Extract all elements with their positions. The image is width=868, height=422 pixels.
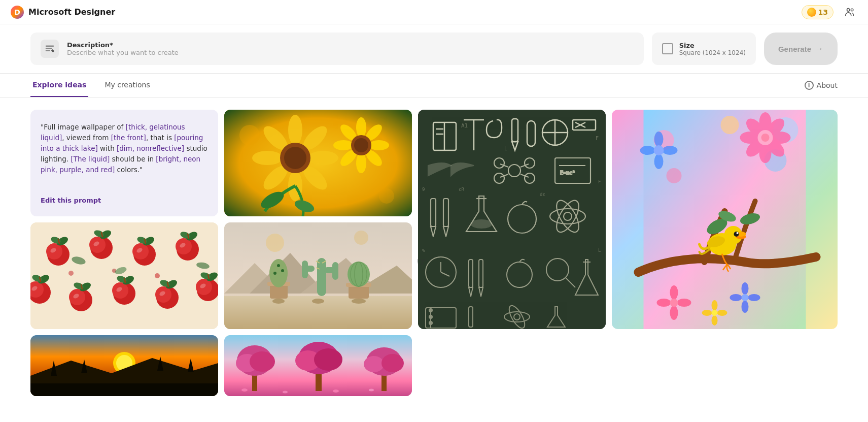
people-icon-button[interactable] bbox=[842, 4, 858, 20]
coins-count: 13 bbox=[818, 8, 828, 16]
svg-point-104 bbox=[667, 168, 682, 183]
cactus-svg bbox=[224, 222, 412, 329]
image-tile-pink-trees[interactable] bbox=[224, 335, 412, 396]
image-tile-sunflowers[interactable] bbox=[224, 110, 412, 216]
text-icon bbox=[44, 43, 55, 54]
svg-point-187 bbox=[352, 299, 366, 304]
svg-point-212 bbox=[283, 391, 288, 394]
coins-badge[interactable]: 13 bbox=[802, 5, 834, 19]
svg-text:A1: A1 bbox=[461, 122, 468, 129]
svg-rect-197 bbox=[30, 383, 218, 396]
size-box[interactable]: Size Square (1024 x 1024) bbox=[652, 33, 756, 65]
svg-point-142 bbox=[712, 315, 718, 326]
svg-point-120 bbox=[654, 145, 664, 155]
app-title: Microsoft Designer bbox=[28, 7, 115, 17]
svg-point-138 bbox=[730, 294, 742, 301]
svg-point-136 bbox=[742, 282, 749, 295]
svg-point-214 bbox=[369, 389, 374, 392]
coin-icon bbox=[807, 8, 816, 17]
svg-point-178 bbox=[273, 272, 276, 275]
svg-point-2 bbox=[847, 8, 850, 11]
sunflowers-svg bbox=[224, 110, 412, 216]
svg-point-188 bbox=[272, 299, 285, 304]
image-tile-apples[interactable] bbox=[30, 222, 218, 329]
svg-text:9: 9 bbox=[422, 187, 425, 192]
svg-point-180 bbox=[277, 264, 280, 267]
svg-point-143 bbox=[702, 310, 712, 316]
svg-point-31 bbox=[379, 188, 394, 204]
info-icon: i bbox=[805, 81, 814, 90]
description-box[interactable]: Description* Describe what you want to c… bbox=[30, 33, 644, 65]
svg-point-65 bbox=[471, 220, 492, 228]
chalkboard-svg: E=mc² bbox=[418, 110, 606, 329]
svg-point-19 bbox=[356, 153, 366, 173]
gallery-grid: "Full image wallpaper of [thick, gelatin… bbox=[30, 110, 838, 396]
header-left: D Microsoft Designer bbox=[10, 5, 115, 19]
svg-text:cR: cR bbox=[459, 187, 464, 192]
svg-point-206 bbox=[314, 348, 342, 371]
svg-point-179 bbox=[281, 269, 284, 272]
tabs-bar: Explore ideas My creations i About bbox=[0, 74, 868, 98]
svg-point-186 bbox=[312, 299, 324, 304]
svg-text:%: % bbox=[422, 248, 425, 253]
sunset-svg bbox=[30, 335, 218, 396]
svg-point-140 bbox=[742, 294, 749, 301]
apples-svg bbox=[30, 222, 218, 329]
svg-point-137 bbox=[742, 301, 749, 313]
svg-point-145 bbox=[712, 310, 718, 316]
svg-point-209 bbox=[364, 356, 384, 372]
svg-point-8 bbox=[288, 115, 302, 145]
svg-point-213 bbox=[333, 389, 339, 393]
edit-prompt-link[interactable]: Edit this prompt bbox=[41, 197, 208, 204]
prompt-card[interactable]: "Full image wallpaper of [thick, gelatin… bbox=[30, 110, 218, 216]
svg-point-165 bbox=[354, 231, 368, 245]
tab-explore-ideas[interactable]: Explore ideas bbox=[30, 74, 88, 97]
size-square-icon bbox=[662, 43, 673, 54]
svg-rect-5 bbox=[46, 48, 52, 49]
svg-point-135 bbox=[670, 299, 678, 307]
svg-text:F: F bbox=[598, 179, 601, 184]
svg-point-11 bbox=[308, 151, 338, 165]
svg-text:L: L bbox=[598, 248, 601, 253]
generate-button[interactable]: Generate → bbox=[764, 33, 838, 65]
about-label: About bbox=[817, 81, 838, 89]
svg-point-141 bbox=[712, 300, 718, 310]
header: D Microsoft Designer 13 bbox=[0, 0, 868, 24]
pink-trees-svg bbox=[224, 335, 412, 396]
size-label: Size bbox=[679, 42, 746, 49]
svg-point-18 bbox=[356, 117, 366, 138]
fantasy-bird-svg bbox=[612, 110, 838, 329]
svg-point-129 bbox=[737, 232, 739, 234]
svg-point-133 bbox=[657, 299, 671, 307]
image-tile-chalkboard[interactable]: E=mc² bbox=[418, 110, 606, 329]
people-icon bbox=[844, 7, 855, 18]
app-logo-icon: D bbox=[10, 5, 24, 19]
header-right: 13 bbox=[802, 4, 858, 20]
svg-point-117 bbox=[654, 154, 664, 169]
svg-point-21 bbox=[369, 140, 389, 150]
svg-point-27 bbox=[354, 138, 368, 152]
svg-point-86 bbox=[429, 321, 432, 324]
image-tile-fantasy-bird[interactable] bbox=[612, 110, 838, 329]
svg-point-144 bbox=[717, 310, 727, 316]
svg-rect-167 bbox=[317, 258, 326, 296]
description-text-block: Description* Describe what you want to c… bbox=[67, 41, 179, 56]
svg-point-84 bbox=[429, 309, 432, 312]
svg-text:L: L bbox=[504, 146, 507, 151]
image-tile-sunset[interactable] bbox=[30, 335, 218, 396]
svg-point-10 bbox=[252, 151, 283, 165]
svg-text:E=mc²: E=mc² bbox=[560, 170, 575, 176]
tab-my-creations[interactable]: My creations bbox=[102, 74, 152, 97]
svg-point-115 bbox=[761, 134, 770, 142]
svg-text:dε: dε bbox=[540, 192, 545, 197]
svg-point-118 bbox=[640, 146, 655, 155]
about-button[interactable]: i About bbox=[805, 77, 838, 94]
generate-arrow-icon: → bbox=[815, 44, 823, 53]
svg-rect-169 bbox=[302, 261, 308, 278]
svg-text:D: D bbox=[14, 8, 20, 16]
svg-rect-171 bbox=[332, 262, 338, 280]
image-tile-cactus[interactable] bbox=[224, 222, 412, 329]
svg-point-155 bbox=[155, 273, 160, 278]
svg-point-103 bbox=[721, 116, 739, 134]
svg-rect-4 bbox=[46, 46, 54, 47]
